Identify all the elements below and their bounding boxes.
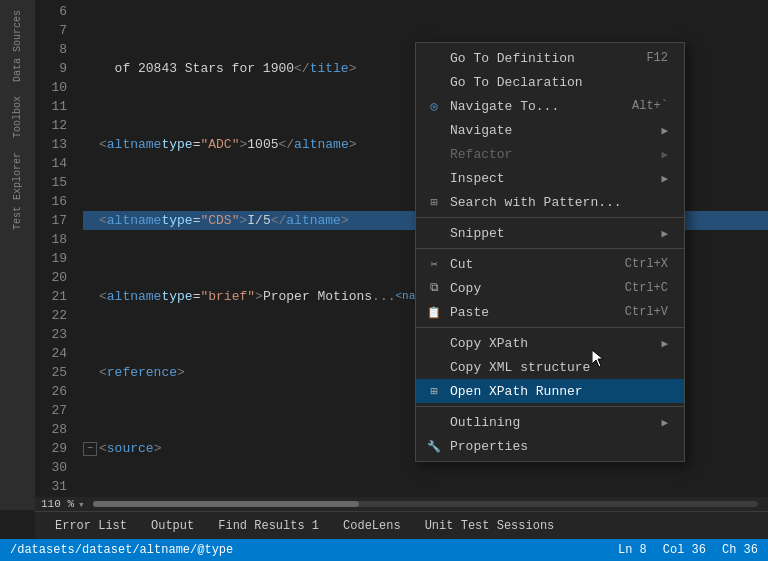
bottom-tabs-bar: Error List Output Find Results 1 CodeLen… — [35, 511, 768, 539]
zoom-level: 110 % — [41, 498, 74, 510]
status-ch: Ch 36 — [722, 543, 758, 557]
line-numbers: 6 7 8 9 10 11 12 13 14 15 16 17 18 19 20… — [35, 0, 75, 511]
line-num-15: 15 — [35, 173, 67, 192]
copy-icon: ⧉ — [426, 280, 442, 296]
status-ln: Ln 8 — [618, 543, 647, 557]
line-num-17: 17 — [35, 211, 67, 230]
menu-label-copy-xpath: Copy XPath — [450, 336, 528, 351]
menu-label-copy: Copy — [450, 281, 481, 296]
menu-copy-xml-structure[interactable]: Copy XML structure — [416, 355, 684, 379]
line-num-29: 29 — [35, 439, 67, 458]
menu-label-refactor: Refactor — [450, 147, 512, 162]
line-num-21: 21 — [35, 287, 67, 306]
menu-inspect[interactable]: Inspect ▶ — [416, 166, 684, 190]
navigate-icon — [426, 122, 442, 138]
snippet-icon — [426, 225, 442, 241]
scrollbar-thumb — [93, 501, 359, 507]
line-num-25: 25 — [35, 363, 67, 382]
menu-label-paste: Paste — [450, 305, 489, 320]
line-num-31: 31 — [35, 477, 67, 496]
menu-label-copy-xml-structure: Copy XML structure — [450, 360, 590, 375]
line-num-23: 23 — [35, 325, 67, 344]
context-menu: Go To Definition F12 Go To Declaration ◎… — [415, 42, 685, 462]
sidebar-item-data-sources[interactable]: Data Sources — [10, 4, 25, 88]
menu-snippet[interactable]: Snippet ▶ — [416, 221, 684, 245]
line-num-8: 8 — [35, 40, 67, 59]
sidebar-item-toolbox[interactable]: Toolbox — [10, 90, 25, 144]
menu-go-to-declaration[interactable]: Go To Declaration — [416, 70, 684, 94]
sidebar: Data Sources Toolbox Test Explorer — [0, 0, 35, 510]
line-num-16: 16 — [35, 192, 67, 211]
divider-4 — [416, 406, 684, 407]
menu-properties[interactable]: 🔧 Properties — [416, 434, 684, 458]
inspect-icon — [426, 170, 442, 186]
menu-refactor[interactable]: Refactor ▶ — [416, 142, 684, 166]
status-bar: /datasets/dataset/altname/@type Ln 8 Col… — [0, 539, 768, 561]
cut-icon: ✂ — [426, 256, 442, 272]
copy-xpath-icon — [426, 335, 442, 351]
navigate-to-icon: ◎ — [426, 98, 442, 114]
line-num-30: 30 — [35, 458, 67, 477]
menu-cut[interactable]: ✂ Cut Ctrl+X — [416, 252, 684, 276]
line-num-28: 28 — [35, 420, 67, 439]
tab-output[interactable]: Output — [139, 515, 206, 537]
navigate-arrow: ▶ — [661, 124, 668, 137]
menu-shortcut-go-to-definition: F12 — [646, 51, 668, 65]
line-num-7: 7 — [35, 21, 67, 40]
go-to-declaration-icon — [426, 74, 442, 90]
copy-xml-icon — [426, 359, 442, 375]
menu-navigate-to[interactable]: ◎ Navigate To... Alt+` — [416, 94, 684, 118]
status-path: /datasets/dataset/altname/@type — [10, 543, 233, 557]
menu-label-snippet: Snippet — [450, 226, 505, 241]
tab-unit-test[interactable]: Unit Test Sessions — [413, 515, 567, 537]
menu-paste[interactable]: 📋 Paste Ctrl+V — [416, 300, 684, 324]
paste-icon: 📋 — [426, 304, 442, 320]
inspect-arrow: ▶ — [661, 172, 668, 185]
refactor-icon — [426, 146, 442, 162]
search-pattern-icon: ⊞ — [426, 194, 442, 210]
line-num-24: 24 — [35, 344, 67, 363]
tab-error-list[interactable]: Error List — [43, 515, 139, 537]
fold-11[interactable]: − — [83, 442, 97, 456]
status-col: Col 36 — [663, 543, 706, 557]
copy-xpath-arrow: ▶ — [661, 337, 668, 350]
refactor-arrow: ▶ — [661, 148, 668, 161]
sidebar-item-test-explorer[interactable]: Test Explorer — [10, 146, 25, 236]
menu-label-inspect: Inspect — [450, 171, 505, 186]
properties-icon: 🔧 — [426, 438, 442, 454]
tab-find-results[interactable]: Find Results 1 — [206, 515, 331, 537]
horizontal-scrollbar[interactable] — [93, 501, 758, 507]
line-num-13: 13 — [35, 135, 67, 154]
menu-label-outlining: Outlining — [450, 415, 520, 430]
zoom-down-button[interactable]: ▾ — [78, 498, 85, 511]
line-num-14: 14 — [35, 154, 67, 173]
menu-label-properties: Properties — [450, 439, 528, 454]
line-num-10: 10 — [35, 78, 67, 97]
menu-label-go-to-declaration: Go To Declaration — [450, 75, 583, 90]
menu-outlining[interactable]: Outlining ▶ — [416, 410, 684, 434]
scrollbar-area: 110 % ▾ — [35, 497, 768, 511]
line-num-22: 22 — [35, 306, 67, 325]
menu-copy-xpath[interactable]: Copy XPath ▶ — [416, 331, 684, 355]
divider-3 — [416, 327, 684, 328]
menu-go-to-definition[interactable]: Go To Definition F12 — [416, 46, 684, 70]
line-num-19: 19 — [35, 249, 67, 268]
menu-copy[interactable]: ⧉ Copy Ctrl+C — [416, 276, 684, 300]
divider-2 — [416, 248, 684, 249]
line-num-12: 12 — [35, 116, 67, 135]
tab-codelens[interactable]: CodeLens — [331, 515, 413, 537]
line-num-27: 27 — [35, 401, 67, 420]
menu-label-go-to-definition: Go To Definition — [450, 51, 575, 66]
menu-open-xpath-runner[interactable]: ⊞ Open XPath Runner — [416, 379, 684, 403]
line-num-20: 20 — [35, 268, 67, 287]
menu-label-search-pattern: Search with Pattern... — [450, 195, 622, 210]
menu-navigate[interactable]: Navigate ▶ — [416, 118, 684, 142]
menu-label-open-xpath-runner: Open XPath Runner — [450, 384, 583, 399]
line-num-18: 18 — [35, 230, 67, 249]
menu-label-navigate-to: Navigate To... — [450, 99, 559, 114]
go-to-definition-icon — [426, 50, 442, 66]
menu-label-navigate: Navigate — [450, 123, 512, 138]
menu-search-pattern[interactable]: ⊞ Search with Pattern... — [416, 190, 684, 214]
xpath-runner-icon: ⊞ — [426, 383, 442, 399]
line-num-26: 26 — [35, 382, 67, 401]
